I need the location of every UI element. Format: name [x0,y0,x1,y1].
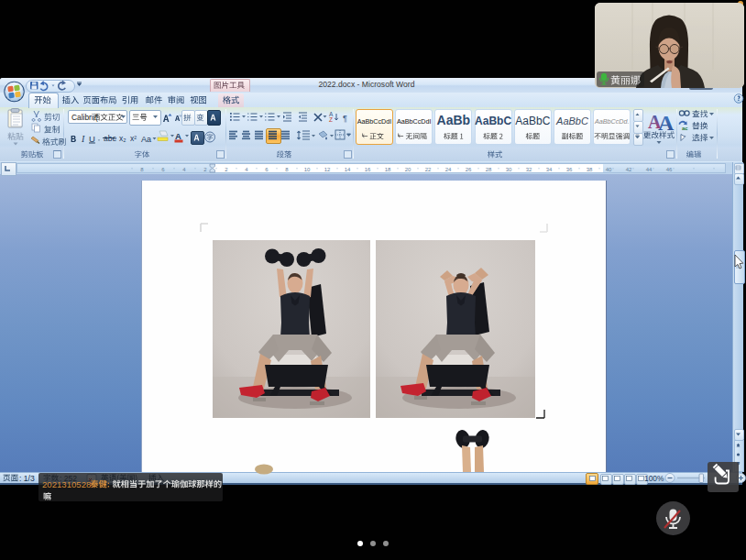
svg-text:16: 16 [365,167,371,172]
svg-text:42: 42 [626,167,632,172]
svg-text:30: 30 [506,167,512,172]
svg-text:Z: Z [329,116,333,123]
svg-text:8: 8 [285,167,289,172]
svg-text:22: 22 [425,167,432,172]
svg-text:20: 20 [405,167,411,172]
svg-text:AaBbCcDdI: AaBbCcDdI [397,117,432,126]
svg-text:Aa: Aa [141,135,151,144]
svg-text:36: 36 [566,167,573,172]
svg-text:2: 2 [225,167,228,172]
svg-text:38: 38 [587,167,593,172]
svg-text:100%: 100% [644,474,664,483]
svg-text:: 1/3: : 1/3 [19,474,35,483]
svg-text:40: 40 [606,167,612,172]
svg-text:44: 44 [646,167,653,172]
svg-text:AaBbC: AaBbC [555,115,588,126]
svg-text:ac: ac [682,126,688,131]
svg-text:abe: abe [104,134,116,143]
svg-text:6: 6 [265,167,269,172]
svg-text:U: U [89,134,95,144]
svg-text:AaBbC: AaBbC [515,115,550,127]
svg-text:AaBb: AaBb [437,113,471,127]
svg-text:AaBbCcDd.: AaBbCcDd. [594,117,630,126]
svg-text:26: 26 [466,167,472,172]
svg-text:32: 32 [526,167,532,172]
svg-text:24: 24 [445,167,452,172]
svg-text:AaBbCcDdI: AaBbCcDdI [357,117,392,126]
svg-text:A: A [175,131,181,141]
svg-text:4: 4 [245,167,248,172]
svg-text:I: I [81,134,85,144]
svg-text:2: 2 [203,167,207,172]
svg-text:34: 34 [546,167,553,172]
svg-text:A: A [658,111,675,135]
svg-text:10: 10 [304,167,311,172]
svg-text:AaBbC: AaBbC [475,115,511,127]
svg-text:14: 14 [345,167,351,172]
svg-text:x₂: x₂ [119,134,126,143]
svg-text:12: 12 [324,167,331,172]
svg-text:28: 28 [486,167,492,172]
svg-text:18: 18 [385,167,391,172]
svg-text:6: 6 [161,167,165,172]
svg-text:¶: ¶ [343,114,347,123]
svg-text:4: 4 [182,167,186,172]
svg-text:x²: x² [130,134,137,143]
svg-text:46: 46 [666,167,673,172]
svg-text:8: 8 [140,167,144,172]
